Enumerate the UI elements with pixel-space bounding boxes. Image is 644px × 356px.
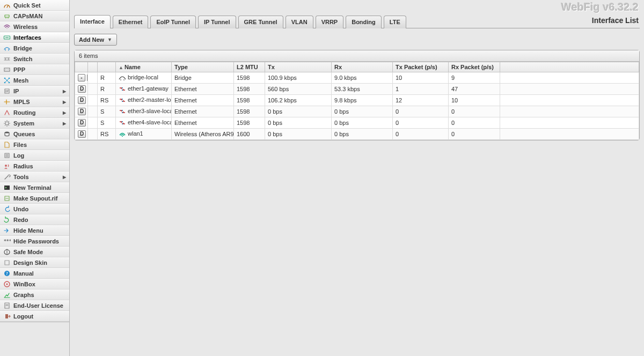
- disable-button[interactable]: D: [78, 108, 86, 115]
- collapse-button[interactable]: -: [78, 74, 85, 81]
- sidebar-item-make-supout-rif[interactable]: Make Supout.rif: [0, 193, 69, 204]
- sidebar-item-ip[interactable]: IPIP: [0, 86, 69, 97]
- table-row[interactable]: DRSwlan1Wireless (Atheros AR9300)16000 b…: [75, 129, 639, 140]
- table-row[interactable]: DSether3-slave-localEthernet15980 bps0 b…: [75, 106, 639, 117]
- sidebar-item-quick-set[interactable]: Quick Set: [0, 0, 69, 11]
- sidebar-item-log[interactable]: Log: [0, 150, 69, 161]
- disable-button[interactable]: D: [78, 85, 86, 93]
- sidebar-item-graphs[interactable]: Graphs: [0, 290, 69, 300]
- eth-icon: [119, 86, 126, 93]
- sidebar-item-switch[interactable]: Switch: [0, 54, 69, 64]
- sidebar-item-hide-passwords[interactable]: ***Hide Passwords: [0, 236, 69, 247]
- cell-l2mtu: 1600: [234, 129, 265, 140]
- bridge-icon: [119, 75, 126, 81]
- cell-txp: 0: [393, 106, 449, 117]
- cell-rest: [500, 106, 639, 117]
- page-title: Interface List: [592, 16, 639, 25]
- sidebar-item-logout[interactable]: Logout: [0, 311, 69, 322]
- tab-eoip-tunnel[interactable]: EoIP Tunnel: [150, 16, 196, 28]
- tab-bar: InterfaceEthernetEoIP TunnelIP TunnelGRE…: [70, 0, 644, 28]
- sidebar-item-label: Redo: [13, 217, 28, 223]
- col-header-rest[interactable]: [500, 62, 639, 72]
- sidebar-item-new-terminal[interactable]: New Terminal: [0, 182, 69, 193]
- sidebar-item-routing[interactable]: Routing: [0, 107, 69, 118]
- sidebar-item-winbox[interactable]: WinBox: [0, 279, 69, 290]
- cell-name: ether4-slave-local: [116, 117, 172, 129]
- add-new-button[interactable]: Add New ▼: [74, 34, 117, 46]
- sidebar-item-bridge[interactable]: Bridge: [0, 43, 69, 54]
- disable-button[interactable]: D: [78, 97, 86, 104]
- col-header-name[interactable]: ▲Name: [116, 62, 172, 72]
- tab-lte[interactable]: LTE: [384, 16, 406, 28]
- tab-vrrp[interactable]: VRRP: [316, 16, 344, 28]
- sidebar-item-mesh[interactable]: Mesh: [0, 75, 69, 86]
- col-header-type[interactable]: Type: [172, 62, 234, 72]
- sidebar-tail: [0, 322, 69, 356]
- tab-bonding[interactable]: Bonding: [346, 16, 382, 28]
- cell-rx: 9.8 kbps: [332, 95, 393, 106]
- sidebar-item-label: Interfaces: [13, 34, 41, 41]
- graphs-icon: [3, 291, 11, 299]
- col-header-txp[interactable]: Tx Packet (p/s): [393, 62, 449, 72]
- col-header-rxp[interactable]: Rx Packet (p/s): [449, 62, 500, 72]
- col-header-l2mtu[interactable]: L2 MTU: [234, 62, 265, 72]
- tab-ip-tunnel[interactable]: IP Tunnel: [198, 16, 236, 28]
- sidebar-item-capsman[interactable]: CAPsMAN: [0, 11, 69, 21]
- sidebar-item-safe-mode[interactable]: Safe Mode: [0, 247, 69, 257]
- svg-text:IP: IP: [5, 90, 9, 93]
- mpls-icon: [3, 98, 11, 106]
- col-header-flags[interactable]: [98, 62, 116, 72]
- sidebar-item-manual[interactable]: ?Manual: [0, 268, 69, 279]
- table-row[interactable]: - DRbridge-localBridge1598100.9 kbps9.0 …: [75, 72, 639, 84]
- cell-txp: 0: [393, 117, 449, 129]
- table-row[interactable]: DRether1-gatewayEthernet1598560 bps53.3 …: [75, 84, 639, 95]
- cell-name-text: ether4-slave-local: [128, 119, 172, 125]
- tools-icon: [3, 173, 11, 181]
- tab-gre-tunnel[interactable]: GRE Tunnel: [238, 16, 283, 28]
- col-header-rx[interactable]: Rx: [332, 62, 393, 72]
- disable-button[interactable]: D: [78, 119, 86, 127]
- sidebar-item-tools[interactable]: Tools: [0, 172, 69, 182]
- sidebar-item-label: Hide Menu: [13, 227, 43, 234]
- tab-interface[interactable]: Interface: [74, 15, 111, 28]
- cell-name-text: ether2-master-local: [128, 97, 172, 103]
- license-icon: [3, 302, 11, 309]
- col-header-ctl2[interactable]: [88, 62, 98, 72]
- cell-rest: [500, 117, 639, 129]
- sidebar-item-design-skin[interactable]: Design Skin: [0, 257, 69, 268]
- sidebar-item-hide-menu[interactable]: Hide Menu: [0, 225, 69, 236]
- sidebar-item-label: Hide Passwords: [13, 238, 59, 244]
- cell-name: ether3-slave-local: [116, 106, 172, 117]
- tab-vlan[interactable]: VLAN: [286, 16, 313, 28]
- log-icon: [3, 152, 11, 159]
- cell-l2mtu: 1598: [234, 95, 265, 106]
- sidebar-item-label: Files: [13, 142, 27, 148]
- table-row[interactable]: DRSether2-master-localEthernet1598106.2 …: [75, 95, 639, 106]
- sidebar-item-wireless[interactable]: Wireless: [0, 21, 69, 32]
- cell-tx: 0 bps: [265, 129, 332, 140]
- cell-controls: D: [75, 129, 88, 140]
- svg-point-3: [5, 69, 6, 70]
- table-row[interactable]: DSether4-slave-localEthernet15980 bps0 b…: [75, 117, 639, 129]
- cell-spacer: [88, 106, 98, 117]
- col-header-ctl1[interactable]: [75, 62, 88, 72]
- sidebar-item-system[interactable]: System: [0, 118, 69, 129]
- sidebar-item-redo[interactable]: Redo: [0, 214, 69, 225]
- sidebar-item-ppp[interactable]: PPP: [0, 64, 69, 75]
- sidebar-item-interfaces[interactable]: Interfaces: [0, 32, 69, 43]
- sidebar-item-files[interactable]: Files: [0, 139, 69, 150]
- sidebar-item-mpls[interactable]: MPLS: [0, 97, 69, 107]
- cell-name: ether2-master-local: [116, 95, 172, 106]
- winbox-icon: [3, 280, 11, 288]
- tab-ethernet[interactable]: Ethernet: [113, 16, 149, 28]
- cell-rxp: 0: [449, 106, 500, 117]
- col-header-tx[interactable]: Tx: [265, 62, 332, 72]
- sidebar-item-undo[interactable]: Undo: [0, 204, 69, 214]
- sidebar-item-queues[interactable]: Queues: [0, 129, 69, 139]
- sidebar-item-radius[interactable]: Radius: [0, 161, 69, 172]
- sidebar-item-end-user-license[interactable]: End-User License: [0, 300, 69, 311]
- disable-button[interactable]: D: [78, 130, 86, 138]
- redo-icon: [3, 216, 11, 224]
- sidebar-item-label: MPLS: [13, 99, 30, 105]
- ppp-icon: [3, 66, 11, 73]
